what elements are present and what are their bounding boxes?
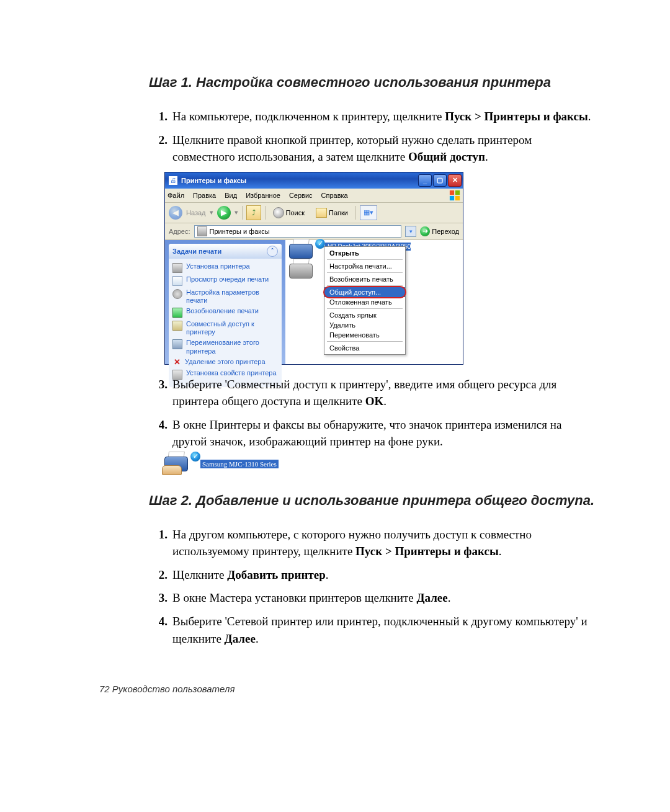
menu-tools[interactable]: Сервис	[289, 192, 313, 199]
task-install-printer[interactable]: Установка принтера	[172, 261, 278, 274]
list-item-body: В окне Мастера установки принтеров щелкн…	[172, 589, 596, 607]
printer-item[interactable]: ✓	[289, 244, 320, 259]
list-item-body: Выберите 'Совместный доступ к принтеру',…	[172, 376, 596, 410]
menu-view[interactable]: Вид	[225, 192, 237, 199]
task-resume[interactable]: Возобновление печати	[172, 306, 278, 319]
menu-help[interactable]: Справка	[321, 192, 348, 199]
gear-icon	[172, 289, 182, 299]
bold-text: Далее	[225, 632, 256, 645]
menu-favorites[interactable]: Избранное	[246, 192, 280, 199]
list-number: 3.	[149, 376, 172, 410]
text: .	[383, 395, 386, 408]
folders-button[interactable]: Папки	[312, 207, 352, 219]
minimize-button[interactable]: _	[418, 174, 432, 187]
printer-icon: 🖨	[169, 176, 177, 185]
bold-text: Добавить принтер	[227, 568, 326, 581]
views-button[interactable]: ▦▾	[360, 205, 377, 220]
bold-text: Общий доступ	[408, 150, 485, 163]
printer-icon	[172, 263, 182, 273]
ctx-props[interactable]: Свойства	[324, 343, 405, 353]
step1-heading: Шаг 1. Настройка совместного использован…	[149, 74, 596, 91]
text: .	[588, 110, 591, 123]
search-button[interactable]: Поиск	[269, 206, 308, 220]
ctx-share[interactable]: Общий доступ...	[324, 287, 405, 297]
go-button[interactable]: ➜Переход	[420, 226, 459, 236]
svg-rect-0	[450, 190, 454, 195]
menu-edit[interactable]: Правка	[193, 192, 216, 199]
list-item-body: В окне Принтеры и факсы вы обнаружите, ч…	[172, 416, 596, 450]
address-field[interactable]: Принтеры и факсы	[194, 225, 402, 238]
document-icon	[172, 276, 182, 286]
list-item-body: На другом компьютере, с которого нужно п…	[172, 526, 596, 560]
ctx-delete[interactable]: Удалить	[324, 320, 405, 330]
windows-logo-icon	[449, 190, 460, 201]
task-view-queue[interactable]: Просмотр очереди печати	[172, 274, 278, 287]
fwd-dd-icon[interactable]: ▾	[234, 208, 238, 216]
separator	[242, 206, 243, 220]
go-label: Переход	[432, 228, 459, 235]
back-button[interactable]: ◀	[169, 206, 182, 220]
text: .	[499, 545, 502, 558]
list-number: 4.	[149, 613, 172, 647]
printer-item[interactable]	[289, 264, 320, 279]
ctx-shortcut[interactable]: Создать ярлык	[324, 310, 405, 320]
svg-rect-3	[455, 196, 460, 200]
search-label: Поиск	[286, 209, 305, 216]
menu-bar: Файл Правка Вид Избранное Сервис Справка	[165, 189, 463, 203]
bold-text: OK	[365, 395, 384, 408]
go-icon: ➜	[420, 226, 430, 236]
text: На компьютере, подключенном к принтеру, …	[172, 110, 445, 123]
ctx-prefs[interactable]: Настройка печати...	[324, 261, 405, 271]
folder-icon	[316, 208, 327, 218]
list-number: 2.	[149, 566, 172, 584]
bold-text: Далее	[416, 591, 447, 604]
tasks-panel: Задачи печати ˆ Установка принтера Просм…	[169, 244, 282, 387]
search-icon	[273, 207, 284, 218]
separator	[265, 206, 266, 220]
list-number: 3.	[149, 589, 172, 607]
title-bar: 🖨 Принтеры и факсы _ ▢ ✕	[165, 172, 463, 189]
tasks-panel-header[interactable]: Задачи печати ˆ	[169, 244, 282, 259]
task-print-prefs[interactable]: Настройка параметров печати	[172, 287, 278, 306]
task-rename[interactable]: Переименование этого принтера	[172, 337, 278, 356]
bold-text: Пуск > Принтеры и факсы	[445, 110, 588, 123]
address-dropdown-icon[interactable]: ▾	[405, 226, 416, 237]
forward-button[interactable]: ▶	[217, 206, 231, 220]
ctx-open[interactable]: Открыть	[324, 248, 405, 258]
step2-heading: Шаг 2. Добавление и использование принте…	[149, 493, 596, 509]
bold-text: Пуск > Принтеры и факсы	[355, 545, 499, 558]
printers-window: 🖨 Принтеры и факсы _ ▢ ✕ Файл Правка Вид…	[164, 172, 463, 365]
list-number: 1.	[149, 108, 172, 125]
list-item-body: Щелкните правой кнопкой принтер, который…	[172, 132, 596, 166]
folders-label: Папки	[329, 209, 348, 216]
ctx-resume[interactable]: Возобновить печать	[324, 274, 405, 284]
close-button[interactable]: ✕	[448, 174, 462, 187]
shared-printer-figure: ✓ Samsung MJC-1310 Series	[164, 457, 596, 471]
share-icon	[172, 321, 182, 331]
step1-list-continued: 3. Выберите 'Совместный доступ к принтер…	[149, 376, 596, 450]
step1-list: 1. На компьютере, подключенном к принтер…	[149, 108, 596, 166]
text: В окне Мастера установки принтеров щелкн…	[172, 591, 416, 604]
text: .	[326, 568, 329, 581]
task-share[interactable]: Совместный доступ к принтеру	[172, 319, 278, 337]
printer-icon	[197, 226, 207, 236]
text: .	[448, 591, 451, 604]
toolbar: ◀ Назад ▾ ▶ ▾ ⤴ Поиск Папки ▦▾	[165, 203, 463, 223]
play-icon	[172, 308, 182, 318]
address-label: Адрес:	[169, 228, 190, 235]
rename-icon	[172, 339, 182, 349]
text: .	[256, 632, 259, 645]
back-dd-icon[interactable]: ▾	[210, 208, 213, 216]
menu-file[interactable]: Файл	[168, 192, 184, 199]
up-button[interactable]: ⤴	[246, 205, 261, 220]
maximize-button[interactable]: ▢	[433, 174, 447, 187]
ctx-rename[interactable]: Переименовать	[324, 330, 405, 340]
ctx-offline[interactable]: Отложенная печать	[324, 297, 405, 307]
text: .	[485, 150, 488, 163]
tasks-panel-title: Задачи печати	[172, 248, 221, 255]
window-title: Принтеры и факсы	[181, 177, 418, 184]
address-bar: Адрес: Принтеры и факсы ▾ ➜Переход	[165, 223, 463, 240]
share-hand-icon	[162, 465, 182, 475]
list-item-body: На компьютере, подключенном к принтеру, …	[172, 108, 596, 125]
task-delete[interactable]: ✕Удаление этого принтера	[172, 357, 278, 368]
